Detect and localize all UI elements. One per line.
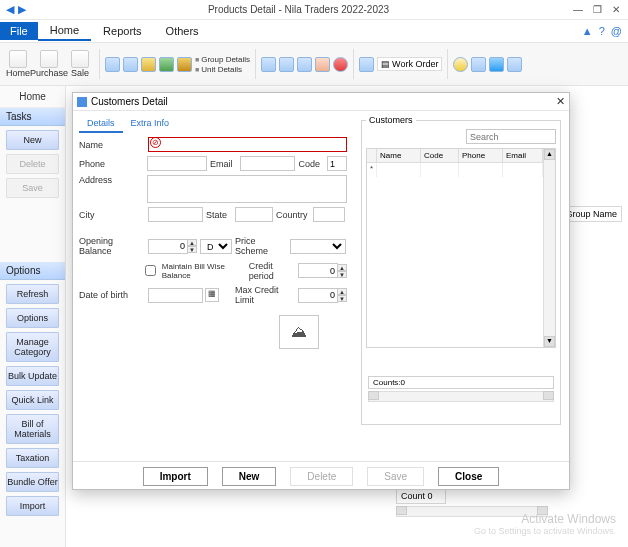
credit-period-stepper[interactable]: ▲▼ xyxy=(298,263,347,278)
close-dialog-button[interactable]: Close xyxy=(438,467,499,486)
dialog-close-button[interactable]: ✕ xyxy=(556,95,565,108)
menu-reports[interactable]: Reports xyxy=(91,22,154,40)
name-input[interactable] xyxy=(148,137,347,152)
error-icon: ⊘ xyxy=(150,137,161,148)
scroll-down-icon[interactable]: ▼ xyxy=(544,336,555,347)
up-icon[interactable]: ▲ xyxy=(582,25,593,37)
tb-generic-1[interactable] xyxy=(105,57,120,72)
tb-user-icon[interactable] xyxy=(315,57,330,72)
ob-down-icon[interactable]: ▼ xyxy=(187,246,197,253)
menu-home[interactable]: Home xyxy=(38,21,91,41)
opt-refresh[interactable]: Refresh xyxy=(6,284,59,304)
grid-col-phone[interactable]: Phone xyxy=(459,149,503,162)
menu-others[interactable]: Others xyxy=(154,22,211,40)
opt-quick-link[interactable]: Quick Link xyxy=(6,390,59,410)
tasks-save: Save xyxy=(6,178,59,198)
opt-bundle-offer[interactable]: Bundle Offer xyxy=(6,472,59,492)
grid-col-selector[interactable] xyxy=(367,149,377,162)
calendar-icon[interactable]: ▦ xyxy=(205,288,219,302)
max-credit-stepper[interactable]: ▲▼ xyxy=(298,288,347,303)
price-scheme-select[interactable] xyxy=(290,239,346,254)
restore-button[interactable]: ❐ xyxy=(593,4,602,15)
tb-work-order[interactable]: ▤Work Order xyxy=(377,57,442,71)
opening-balance-input[interactable] xyxy=(148,239,188,254)
dob-input[interactable] xyxy=(148,288,203,303)
new-button[interactable]: New xyxy=(222,467,277,486)
tb-clock-icon[interactable] xyxy=(453,57,468,72)
scroll-right-icon[interactable] xyxy=(543,391,554,400)
tb-sale[interactable]: Sale xyxy=(66,50,94,78)
label-credit-period: Credit period xyxy=(249,261,295,281)
grid-hscroll[interactable] xyxy=(368,391,554,402)
opt-import[interactable]: Import xyxy=(6,496,59,516)
tb-person-icon[interactable] xyxy=(279,57,294,72)
label-email: Email xyxy=(210,159,238,169)
scroll-up-icon[interactable]: ▲ xyxy=(544,149,555,160)
address-input[interactable] xyxy=(147,175,348,203)
db-cr-select[interactable]: DB xyxy=(200,239,232,254)
grid-col-name[interactable]: Name xyxy=(377,149,421,162)
at-icon[interactable]: @ xyxy=(611,25,622,37)
tasks-new[interactable]: New xyxy=(6,130,59,150)
sub-home[interactable]: Home xyxy=(0,86,65,108)
window-title: Products Detail - Nila Traders 2022-2023 xyxy=(32,4,565,15)
email-input[interactable] xyxy=(240,156,295,171)
code-input[interactable] xyxy=(327,156,347,171)
tab-extra-info[interactable]: Extra Info xyxy=(123,115,178,133)
maintain-billwise-checkbox[interactable] xyxy=(145,263,156,278)
ob-up-icon[interactable]: ▲ xyxy=(187,239,197,246)
photo-placeholder[interactable]: ⛰ xyxy=(279,315,319,349)
tb-note-icon[interactable] xyxy=(359,57,374,72)
mc-down-icon[interactable]: ▼ xyxy=(337,295,347,302)
tb-generic-3[interactable] xyxy=(141,57,156,72)
menu-file[interactable]: File xyxy=(0,22,38,40)
tb-generic-4[interactable] xyxy=(159,57,174,72)
max-credit-input[interactable] xyxy=(298,288,338,303)
tb-generic-5[interactable] xyxy=(177,57,192,72)
tb-card-icon[interactable] xyxy=(261,57,276,72)
mc-up-icon[interactable]: ▲ xyxy=(337,288,347,295)
new-row-indicator-icon: * xyxy=(367,163,377,177)
import-button[interactable]: Import xyxy=(143,467,208,486)
opt-options[interactable]: Options xyxy=(6,308,59,328)
back-icon[interactable]: ◀ xyxy=(6,3,14,16)
opening-balance-stepper[interactable]: ▲▼ xyxy=(148,239,197,254)
grid-vscroll[interactable]: ▲ ▼ xyxy=(543,149,555,347)
opt-bill-of-materials[interactable]: Bill of Materials xyxy=(6,414,59,444)
document-icon: ▤ xyxy=(381,59,390,69)
tb-group-unit[interactable]: Group Details Unit Details xyxy=(195,55,250,74)
ribbon-toolbar: Home Purchase Sale Group Details Unit De… xyxy=(0,42,628,86)
opt-taxation[interactable]: Taxation xyxy=(6,448,59,468)
tb-monitor-icon[interactable] xyxy=(507,57,522,72)
cp-down-icon[interactable]: ▼ xyxy=(337,271,347,278)
state-input[interactable] xyxy=(235,207,273,222)
city-input[interactable] xyxy=(148,207,203,222)
minimize-button[interactable]: — xyxy=(573,4,583,15)
opt-manage-category[interactable]: Manage Category xyxy=(6,332,59,362)
tb-purchase[interactable]: Purchase xyxy=(35,50,63,78)
country-input[interactable] xyxy=(313,207,345,222)
customers-fieldset: Customers Name Code Phone Email * xyxy=(361,115,561,425)
credit-period-input[interactable] xyxy=(298,263,338,278)
customers-legend: Customers xyxy=(366,115,416,125)
label-state: State xyxy=(206,210,232,220)
tb-help-icon[interactable] xyxy=(489,57,504,72)
phone-input[interactable] xyxy=(147,156,207,171)
grid-new-row[interactable]: * xyxy=(367,163,555,177)
search-input[interactable] xyxy=(466,129,556,144)
tb-star-icon[interactable] xyxy=(333,57,348,72)
forward-icon[interactable]: ▶ xyxy=(18,3,26,16)
cp-up-icon[interactable]: ▲ xyxy=(337,264,347,271)
scroll-left-icon[interactable] xyxy=(368,391,379,400)
tab-details[interactable]: Details xyxy=(79,115,123,133)
dialog-footer: Import New Delete Save Close xyxy=(73,461,569,491)
grid-col-code[interactable]: Code xyxy=(421,149,459,162)
close-button[interactable]: ✕ xyxy=(612,4,620,15)
grid-col-email[interactable]: Email xyxy=(503,149,543,162)
tb-home[interactable]: Home xyxy=(4,50,32,78)
tb-list-icon[interactable] xyxy=(297,57,312,72)
opt-bulk-update[interactable]: Bulk Update xyxy=(6,366,59,386)
tb-settings-icon[interactable] xyxy=(471,57,486,72)
help-icon[interactable]: ? xyxy=(599,25,605,37)
tb-generic-2[interactable] xyxy=(123,57,138,72)
